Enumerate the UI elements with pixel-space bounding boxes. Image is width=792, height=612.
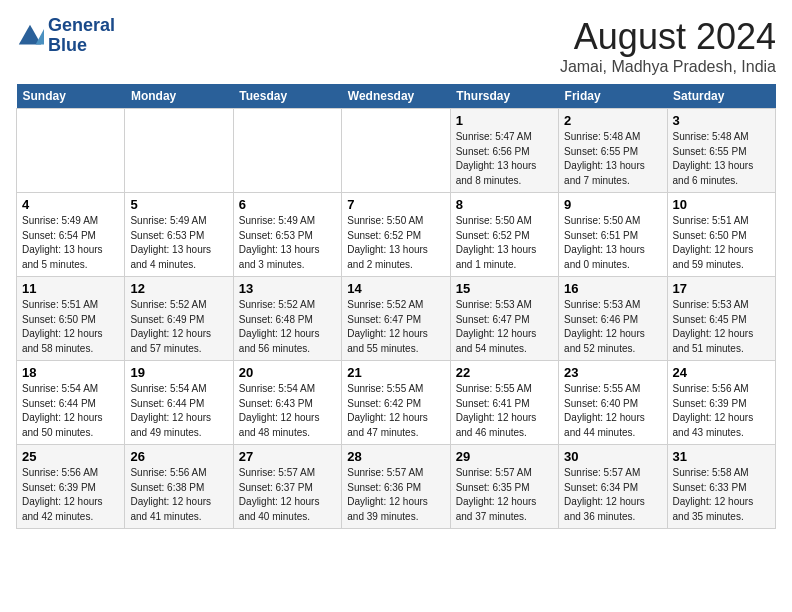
day-number: 8 (456, 197, 553, 212)
day-number: 3 (673, 113, 770, 128)
day-info: Sunrise: 5:51 AM Sunset: 6:50 PM Dayligh… (22, 298, 119, 356)
calendar-cell: 6Sunrise: 5:49 AM Sunset: 6:53 PM Daylig… (233, 193, 341, 277)
day-info: Sunrise: 5:52 AM Sunset: 6:47 PM Dayligh… (347, 298, 444, 356)
calendar-week-row: 1Sunrise: 5:47 AM Sunset: 6:56 PM Daylig… (17, 109, 776, 193)
calendar-table: SundayMondayTuesdayWednesdayThursdayFrid… (16, 84, 776, 529)
day-info: Sunrise: 5:54 AM Sunset: 6:43 PM Dayligh… (239, 382, 336, 440)
day-info: Sunrise: 5:47 AM Sunset: 6:56 PM Dayligh… (456, 130, 553, 188)
calendar-cell: 1Sunrise: 5:47 AM Sunset: 6:56 PM Daylig… (450, 109, 558, 193)
weekday-header-monday: Monday (125, 84, 233, 109)
day-number: 17 (673, 281, 770, 296)
day-number: 18 (22, 365, 119, 380)
day-info: Sunrise: 5:58 AM Sunset: 6:33 PM Dayligh… (673, 466, 770, 524)
calendar-week-row: 18Sunrise: 5:54 AM Sunset: 6:44 PM Dayli… (17, 361, 776, 445)
day-number: 29 (456, 449, 553, 464)
day-number: 12 (130, 281, 227, 296)
calendar-cell: 30Sunrise: 5:57 AM Sunset: 6:34 PM Dayli… (559, 445, 667, 529)
calendar-cell: 15Sunrise: 5:53 AM Sunset: 6:47 PM Dayli… (450, 277, 558, 361)
day-number: 11 (22, 281, 119, 296)
day-number: 30 (564, 449, 661, 464)
day-number: 16 (564, 281, 661, 296)
calendar-cell (233, 109, 341, 193)
day-info: Sunrise: 5:48 AM Sunset: 6:55 PM Dayligh… (564, 130, 661, 188)
svg-marker-1 (36, 29, 44, 44)
weekday-header-friday: Friday (559, 84, 667, 109)
day-info: Sunrise: 5:56 AM Sunset: 6:39 PM Dayligh… (673, 382, 770, 440)
day-number: 28 (347, 449, 444, 464)
calendar-cell: 29Sunrise: 5:57 AM Sunset: 6:35 PM Dayli… (450, 445, 558, 529)
logo-text: General Blue (48, 16, 115, 56)
calendar-cell: 8Sunrise: 5:50 AM Sunset: 6:52 PM Daylig… (450, 193, 558, 277)
day-info: Sunrise: 5:54 AM Sunset: 6:44 PM Dayligh… (130, 382, 227, 440)
calendar-cell: 26Sunrise: 5:56 AM Sunset: 6:38 PM Dayli… (125, 445, 233, 529)
day-info: Sunrise: 5:50 AM Sunset: 6:52 PM Dayligh… (347, 214, 444, 272)
weekday-header-wednesday: Wednesday (342, 84, 450, 109)
day-info: Sunrise: 5:51 AM Sunset: 6:50 PM Dayligh… (673, 214, 770, 272)
calendar-cell: 17Sunrise: 5:53 AM Sunset: 6:45 PM Dayli… (667, 277, 775, 361)
calendar-cell: 9Sunrise: 5:50 AM Sunset: 6:51 PM Daylig… (559, 193, 667, 277)
calendar-cell: 7Sunrise: 5:50 AM Sunset: 6:52 PM Daylig… (342, 193, 450, 277)
title-area: August 2024 Jamai, Madhya Pradesh, India (560, 16, 776, 76)
day-info: Sunrise: 5:57 AM Sunset: 6:36 PM Dayligh… (347, 466, 444, 524)
weekday-header-row: SundayMondayTuesdayWednesdayThursdayFrid… (17, 84, 776, 109)
day-info: Sunrise: 5:49 AM Sunset: 6:54 PM Dayligh… (22, 214, 119, 272)
day-info: Sunrise: 5:49 AM Sunset: 6:53 PM Dayligh… (239, 214, 336, 272)
day-number: 2 (564, 113, 661, 128)
calendar-cell: 20Sunrise: 5:54 AM Sunset: 6:43 PM Dayli… (233, 361, 341, 445)
day-info: Sunrise: 5:53 AM Sunset: 6:45 PM Dayligh… (673, 298, 770, 356)
day-number: 15 (456, 281, 553, 296)
day-number: 13 (239, 281, 336, 296)
day-info: Sunrise: 5:56 AM Sunset: 6:39 PM Dayligh… (22, 466, 119, 524)
calendar-cell: 28Sunrise: 5:57 AM Sunset: 6:36 PM Dayli… (342, 445, 450, 529)
calendar-cell: 19Sunrise: 5:54 AM Sunset: 6:44 PM Dayli… (125, 361, 233, 445)
day-number: 10 (673, 197, 770, 212)
calendar-cell: 2Sunrise: 5:48 AM Sunset: 6:55 PM Daylig… (559, 109, 667, 193)
calendar-cell: 5Sunrise: 5:49 AM Sunset: 6:53 PM Daylig… (125, 193, 233, 277)
calendar-cell: 4Sunrise: 5:49 AM Sunset: 6:54 PM Daylig… (17, 193, 125, 277)
day-info: Sunrise: 5:55 AM Sunset: 6:41 PM Dayligh… (456, 382, 553, 440)
day-number: 22 (456, 365, 553, 380)
day-info: Sunrise: 5:49 AM Sunset: 6:53 PM Dayligh… (130, 214, 227, 272)
calendar-cell (17, 109, 125, 193)
day-info: Sunrise: 5:50 AM Sunset: 6:52 PM Dayligh… (456, 214, 553, 272)
calendar-cell: 14Sunrise: 5:52 AM Sunset: 6:47 PM Dayli… (342, 277, 450, 361)
day-info: Sunrise: 5:52 AM Sunset: 6:49 PM Dayligh… (130, 298, 227, 356)
day-number: 23 (564, 365, 661, 380)
day-info: Sunrise: 5:55 AM Sunset: 6:42 PM Dayligh… (347, 382, 444, 440)
day-number: 6 (239, 197, 336, 212)
day-info: Sunrise: 5:54 AM Sunset: 6:44 PM Dayligh… (22, 382, 119, 440)
calendar-week-row: 4Sunrise: 5:49 AM Sunset: 6:54 PM Daylig… (17, 193, 776, 277)
calendar-cell (342, 109, 450, 193)
calendar-cell: 21Sunrise: 5:55 AM Sunset: 6:42 PM Dayli… (342, 361, 450, 445)
day-number: 7 (347, 197, 444, 212)
day-number: 31 (673, 449, 770, 464)
day-info: Sunrise: 5:50 AM Sunset: 6:51 PM Dayligh… (564, 214, 661, 272)
day-number: 21 (347, 365, 444, 380)
day-number: 27 (239, 449, 336, 464)
weekday-header-tuesday: Tuesday (233, 84, 341, 109)
day-info: Sunrise: 5:57 AM Sunset: 6:34 PM Dayligh… (564, 466, 661, 524)
day-info: Sunrise: 5:57 AM Sunset: 6:35 PM Dayligh… (456, 466, 553, 524)
month-year-title: August 2024 (560, 16, 776, 58)
calendar-cell: 22Sunrise: 5:55 AM Sunset: 6:41 PM Dayli… (450, 361, 558, 445)
day-number: 24 (673, 365, 770, 380)
day-number: 5 (130, 197, 227, 212)
calendar-cell: 16Sunrise: 5:53 AM Sunset: 6:46 PM Dayli… (559, 277, 667, 361)
logo: General Blue (16, 16, 115, 56)
calendar-cell (125, 109, 233, 193)
day-number: 1 (456, 113, 553, 128)
day-number: 25 (22, 449, 119, 464)
calendar-cell: 31Sunrise: 5:58 AM Sunset: 6:33 PM Dayli… (667, 445, 775, 529)
day-number: 14 (347, 281, 444, 296)
day-info: Sunrise: 5:53 AM Sunset: 6:46 PM Dayligh… (564, 298, 661, 356)
calendar-cell: 12Sunrise: 5:52 AM Sunset: 6:49 PM Dayli… (125, 277, 233, 361)
calendar-cell: 11Sunrise: 5:51 AM Sunset: 6:50 PM Dayli… (17, 277, 125, 361)
day-info: Sunrise: 5:48 AM Sunset: 6:55 PM Dayligh… (673, 130, 770, 188)
day-number: 9 (564, 197, 661, 212)
day-info: Sunrise: 5:56 AM Sunset: 6:38 PM Dayligh… (130, 466, 227, 524)
calendar-cell: 10Sunrise: 5:51 AM Sunset: 6:50 PM Dayli… (667, 193, 775, 277)
calendar-cell: 18Sunrise: 5:54 AM Sunset: 6:44 PM Dayli… (17, 361, 125, 445)
day-info: Sunrise: 5:55 AM Sunset: 6:40 PM Dayligh… (564, 382, 661, 440)
day-number: 19 (130, 365, 227, 380)
weekday-header-sunday: Sunday (17, 84, 125, 109)
